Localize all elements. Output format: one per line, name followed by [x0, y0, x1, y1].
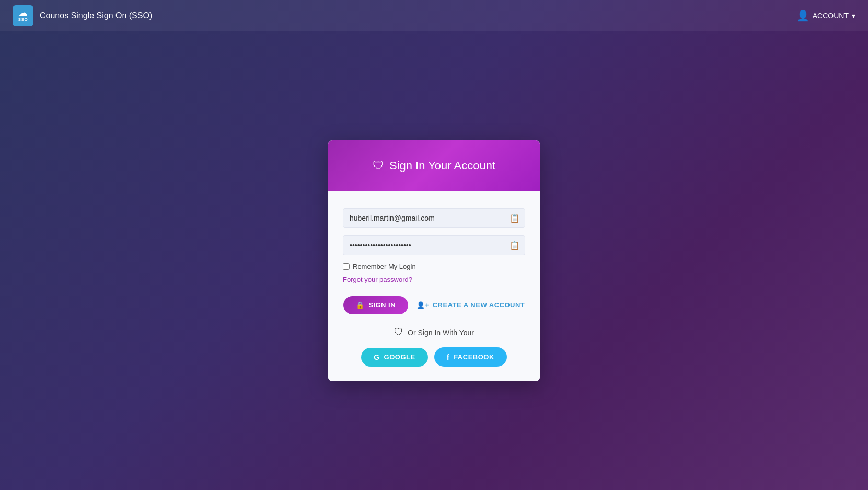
password-input-group: 📋 — [343, 235, 525, 255]
cloud-icon: ☁ — [19, 9, 27, 17]
password-field[interactable] — [343, 235, 525, 255]
facebook-button[interactable]: f FACEBOOK — [434, 347, 507, 367]
card-header-title: Sign In Your Account — [389, 159, 495, 173]
social-row: G GOOGLE f FACEBOOK — [343, 347, 525, 367]
email-field[interactable] — [343, 208, 525, 228]
email-icon: 📋 — [510, 213, 520, 223]
add-person-icon: 👤+ — [416, 301, 430, 309]
main-content: 🛡 Sign In Your Account 📋 📋 Remember My L… — [0, 31, 868, 490]
google-label: GOOGLE — [384, 353, 415, 361]
facebook-icon: f — [447, 352, 450, 361]
navbar-left: ☁ SSO Counos Single Sign On (SSO) — [13, 5, 152, 26]
buttons-row: 🔒 SIGN IN 👤+ CREATE A NEW ACCOUNT — [343, 296, 525, 314]
create-label: CREATE A NEW ACCOUNT — [433, 301, 525, 309]
shield-small-icon: 🛡 — [394, 327, 403, 338]
shield-icon: 🛡 — [373, 159, 384, 173]
account-icon: 👤 — [796, 9, 809, 22]
remember-row: Remember My Login — [343, 263, 525, 270]
or-signin-text: Or Sign In With Your — [408, 328, 474, 337]
remember-label: Remember My Login — [353, 263, 416, 270]
password-icon: 📋 — [510, 241, 520, 250]
google-button[interactable]: G GOOGLE — [361, 348, 427, 367]
sso-text-label: SSO — [18, 17, 28, 22]
signin-button[interactable]: 🔒 SIGN IN — [343, 296, 408, 314]
signin-card: 🛡 Sign In Your Account 📋 📋 Remember My L… — [328, 140, 540, 381]
google-icon: G — [374, 353, 379, 361]
divider-row: 🛡 Or Sign In With Your — [343, 327, 525, 338]
email-input-group: 📋 — [343, 208, 525, 228]
card-header: 🛡 Sign In Your Account — [328, 140, 540, 191]
create-account-button[interactable]: 👤+ CREATE A NEW ACCOUNT — [416, 301, 525, 309]
navbar-title: Counos Single Sign On (SSO) — [40, 11, 152, 20]
lock-icon: 🔒 — [356, 301, 365, 309]
remember-checkbox[interactable] — [343, 263, 350, 270]
sso-logo: ☁ SSO — [13, 5, 33, 26]
facebook-label: FACEBOOK — [454, 353, 494, 361]
navbar: ☁ SSO Counos Single Sign On (SSO) 👤 ACCO… — [0, 0, 868, 31]
card-body: 📋 📋 Remember My Login Forgot your passwo… — [328, 191, 540, 381]
forgot-password-link[interactable]: Forgot your password? — [343, 276, 525, 283]
signin-label: SIGN IN — [368, 301, 396, 309]
chevron-down-icon: ▾ — [852, 12, 855, 20]
account-label: ACCOUNT — [813, 12, 849, 20]
account-menu[interactable]: 👤 ACCOUNT ▾ — [796, 9, 855, 22]
